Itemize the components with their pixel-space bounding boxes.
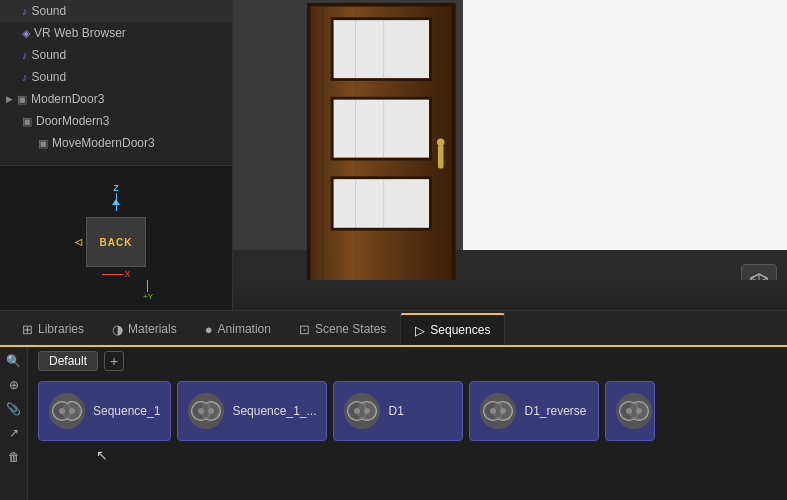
bottom-tabs-container: ⊞Libraries◑Materials●Animation⊡Scene Sta… bbox=[0, 310, 787, 500]
seq-card-icon-seq1_ bbox=[188, 393, 224, 429]
scene-tree: ♪Sound◈VR Web Browser♪Sound♪Sound▶▣Moder… bbox=[0, 0, 232, 165]
sequences-content: 🔍⊕📎↗🗑 Default + Sequence_1 bbox=[0, 347, 787, 500]
tree-item-sound2[interactable]: ♪Sound bbox=[0, 44, 232, 66]
add-tab-button[interactable]: + bbox=[104, 351, 124, 371]
tree-item-moderndoor3[interactable]: ▶▣ModernDoor3 bbox=[0, 88, 232, 110]
seq-card-icon-seq1 bbox=[49, 393, 85, 429]
left-panel: ♪Sound◈VR Web Browser♪Sound♪Sound▶▣Moder… bbox=[0, 0, 233, 310]
sequence-card-seq1[interactable]: Sequence_1 bbox=[38, 381, 171, 441]
svg-point-44 bbox=[626, 408, 632, 414]
sequence-card-seq1_[interactable]: Sequence_1_... bbox=[177, 381, 327, 441]
axis-x-label: -X bbox=[122, 269, 131, 279]
preview-area: Z ◁ BACK -X +Y bbox=[0, 165, 232, 310]
svg-point-9 bbox=[437, 138, 444, 145]
tree-item-label: ModernDoor3 bbox=[31, 92, 104, 106]
left-tools: 🔍⊕📎↗🗑 bbox=[0, 347, 28, 500]
sequences-panel: 🔍⊕📎↗🗑 Default + Sequence_1 bbox=[0, 347, 787, 500]
mouse-cursor-icon: ↖ bbox=[96, 447, 108, 463]
tab-scenestates[interactable]: ⊡Scene States bbox=[285, 313, 400, 345]
sound-icon: ♪ bbox=[22, 5, 28, 17]
viewport-wall bbox=[463, 0, 787, 250]
svg-rect-2 bbox=[332, 19, 430, 80]
seq-card-label-d1: D1 bbox=[388, 404, 403, 418]
seq-card-label-seq1: Sequence_1 bbox=[93, 404, 160, 418]
sequence-card-d1rev[interactable]: D1_reverse bbox=[469, 381, 599, 441]
link-tool-button[interactable]: 📎 bbox=[4, 399, 24, 419]
svg-rect-4 bbox=[332, 98, 430, 159]
sound-icon: ♪ bbox=[22, 49, 28, 61]
tree-item-label: Sound bbox=[32, 4, 67, 18]
tree-item-movemoddern3[interactable]: ▣MoveModernDoor3 bbox=[0, 132, 232, 154]
arrow-tool-button[interactable]: ↗ bbox=[4, 423, 24, 443]
tab-libraries[interactable]: ⊞Libraries bbox=[8, 313, 98, 345]
seq-card-label-d1rev: D1_reverse bbox=[524, 404, 586, 418]
mesh-icon: ▣ bbox=[17, 93, 27, 106]
add-tool-button[interactable]: ⊕ bbox=[4, 375, 24, 395]
viewport bbox=[233, 0, 787, 310]
preview-back-box: ◁ BACK bbox=[86, 217, 146, 267]
tabs-bar: ⊞Libraries◑Materials●Animation⊡Scene Sta… bbox=[0, 311, 787, 347]
delete-tool-button[interactable]: 🗑 bbox=[4, 447, 24, 467]
scenestates-tab-icon: ⊡ bbox=[299, 322, 310, 337]
sequence-card-partial[interactable] bbox=[605, 381, 655, 441]
tree-item-label: DoorModern3 bbox=[36, 114, 109, 128]
svg-point-38 bbox=[490, 408, 496, 414]
tree-item-vrweb[interactable]: ◈VR Web Browser bbox=[0, 22, 232, 44]
svg-point-33 bbox=[364, 408, 370, 414]
mesh-icon: ▣ bbox=[38, 137, 48, 150]
sequences-tab-label: Sequences bbox=[430, 323, 490, 337]
sound-icon: ♪ bbox=[22, 71, 28, 83]
expand-icon: ▶ bbox=[6, 94, 13, 104]
sequence-card-d1[interactable]: D1 bbox=[333, 381, 463, 441]
sequences-tab-icon: ▷ bbox=[415, 323, 425, 338]
seq-card-icon-d1 bbox=[344, 393, 380, 429]
svg-rect-8 bbox=[438, 145, 444, 168]
tree-item-label: Sound bbox=[32, 70, 67, 84]
default-tab-bar: Default + bbox=[28, 347, 787, 375]
svg-point-32 bbox=[354, 408, 360, 414]
tab-sequences[interactable]: ▷Sequences bbox=[400, 313, 505, 345]
svg-point-27 bbox=[208, 408, 214, 414]
back-label: BACK bbox=[100, 237, 133, 248]
svg-point-21 bbox=[69, 408, 75, 414]
seq-card-label-seq1_: Sequence_1_... bbox=[232, 404, 316, 418]
libraries-tab-icon: ⊞ bbox=[22, 322, 33, 337]
tree-item-label: VR Web Browser bbox=[34, 26, 126, 40]
svg-point-20 bbox=[59, 408, 65, 414]
svg-rect-6 bbox=[332, 178, 430, 229]
tab-materials[interactable]: ◑Materials bbox=[98, 313, 191, 345]
default-tab[interactable]: Default bbox=[38, 351, 98, 371]
sequence-cards-container: Sequence_1 Sequence_1_... D1 bbox=[28, 375, 787, 447]
animation-tab-label: Animation bbox=[218, 322, 271, 336]
tree-item-sound3[interactable]: ♪Sound bbox=[0, 66, 232, 88]
axis-z-label: Z bbox=[113, 183, 119, 193]
search-tool-button[interactable]: 🔍 bbox=[4, 351, 24, 371]
mesh-icon: ▣ bbox=[22, 115, 32, 128]
svg-point-39 bbox=[500, 408, 506, 414]
svg-point-26 bbox=[198, 408, 204, 414]
sequences-main: Default + Sequence_1 bbox=[28, 347, 787, 500]
back-side-icon: ◁ bbox=[75, 237, 82, 247]
materials-tab-icon: ◑ bbox=[112, 322, 123, 337]
scenestates-tab-label: Scene States bbox=[315, 322, 386, 336]
materials-tab-label: Materials bbox=[128, 322, 177, 336]
door-visual bbox=[293, 0, 493, 290]
vr-icon: ◈ bbox=[22, 27, 30, 40]
tree-item-label: Sound bbox=[32, 48, 67, 62]
libraries-tab-label: Libraries bbox=[38, 322, 84, 336]
viewport-floor bbox=[233, 280, 787, 310]
animation-tab-icon: ● bbox=[205, 322, 213, 337]
main-area: ♪Sound◈VR Web Browser♪Sound♪Sound▶▣Moder… bbox=[0, 0, 787, 310]
svg-point-45 bbox=[636, 408, 642, 414]
tree-item-label: MoveModernDoor3 bbox=[52, 136, 155, 150]
tree-item-doormodern3[interactable]: ▣DoorModern3 bbox=[0, 110, 232, 132]
tree-item-sound1[interactable]: ♪Sound bbox=[0, 0, 232, 22]
tab-animation[interactable]: ●Animation bbox=[191, 313, 285, 345]
seq-card-icon-partial bbox=[616, 393, 652, 429]
seq-card-icon-d1rev bbox=[480, 393, 516, 429]
cursor-area: ↖ bbox=[28, 447, 787, 467]
